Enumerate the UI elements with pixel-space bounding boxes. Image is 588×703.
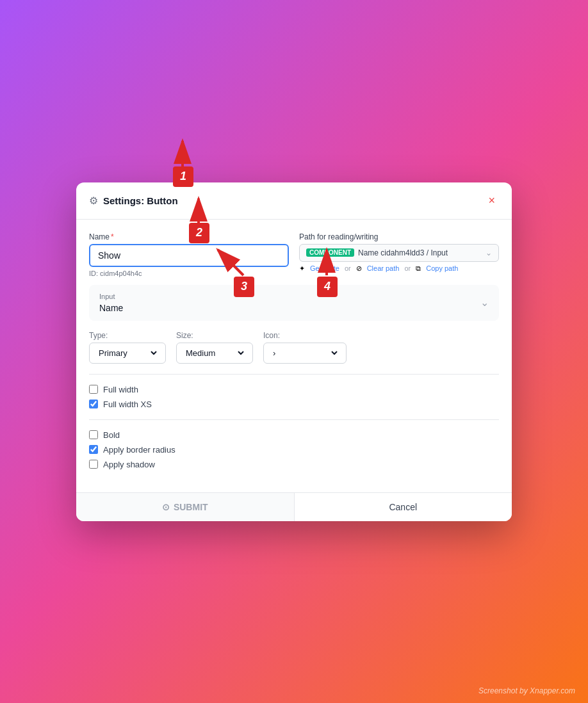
- full-width-xs-checkbox[interactable]: [89, 400, 98, 408]
- name-field-group: Name* ID: cidm4p04h4c: [89, 232, 289, 277]
- bold-checkbox-item[interactable]: Bold: [89, 430, 499, 440]
- cancel-button[interactable]: Cancel: [295, 493, 512, 521]
- divider-2: [89, 419, 499, 420]
- component-badge: component: [306, 248, 354, 257]
- dialog-title: Settings: Button: [103, 195, 178, 206]
- border-radius-checkbox[interactable]: [89, 445, 98, 454]
- size-select-wrapper[interactable]: Small Medium Large: [176, 343, 253, 364]
- submit-label: SUBMIT: [174, 502, 208, 512]
- shadow-label: Apply shadow: [103, 460, 155, 469]
- watermark: Screenshot by Xnapper.com: [478, 686, 575, 695]
- input-section-value: Name: [99, 303, 123, 313]
- border-radius-label: Apply border radius: [103, 445, 176, 455]
- clear-icon: ⊘: [356, 264, 362, 273]
- shadow-checkbox-item[interactable]: Apply shadow: [89, 460, 499, 469]
- input-section-row: Input Name ⌄: [99, 293, 489, 313]
- gear-icon: ⚙: [89, 195, 98, 207]
- dialog-body: Name* ID: cidm4p04h4c Path for reading/w…: [76, 220, 512, 492]
- top-row: Name* ID: cidm4p04h4c Path for reading/w…: [89, 232, 499, 277]
- size-select[interactable]: Small Medium Large: [183, 348, 246, 359]
- submit-button[interactable]: ⊙ SUBMIT: [76, 493, 295, 521]
- dialog-header: ⚙ Settings: Button ×: [76, 182, 512, 220]
- full-width-xs-label: Full width XS: [103, 400, 152, 409]
- controls-row: Type: Primary Secondary Danger Success S…: [89, 331, 499, 364]
- input-section-label: Input: [99, 293, 123, 300]
- path-field-group: Path for reading/writing component Name …: [299, 232, 499, 277]
- clear-path-link[interactable]: Clear path: [367, 264, 400, 272]
- input-section[interactable]: Input Name ⌄: [89, 285, 499, 321]
- dialog-footer: ⊙ SUBMIT Cancel: [76, 492, 512, 521]
- separator-2: or: [404, 264, 411, 272]
- generate-link[interactable]: Generate: [310, 264, 339, 272]
- submit-icon: ⊙: [162, 502, 170, 512]
- input-chevron-icon: ⌄: [480, 296, 489, 309]
- copy-path-link[interactable]: Copy path: [426, 264, 458, 272]
- type-select[interactable]: Primary Secondary Danger Success: [96, 348, 159, 359]
- dialog-title-row: ⚙ Settings: Button: [89, 195, 178, 207]
- separator-1: or: [345, 264, 351, 272]
- svg-text:1: 1: [180, 170, 186, 182]
- type-label: Type:: [89, 331, 166, 340]
- icon-select-wrapper[interactable]: ›: [263, 343, 347, 364]
- path-chevron-icon: ⌄: [486, 248, 492, 257]
- style-checkbox-group: Bold Apply border radius Apply shadow: [89, 430, 499, 469]
- icon-select[interactable]: ›: [270, 348, 339, 359]
- path-actions: ✦ Generate or ⊘ Clear path or ⧉ Copy pat…: [299, 264, 499, 273]
- copy-icon: ⧉: [416, 264, 421, 273]
- path-input-row[interactable]: component Name cidahm4ldd3 / Input ⌄: [299, 244, 499, 262]
- settings-dialog: ⚙ Settings: Button × Name* ID: cidm4p04h…: [76, 182, 512, 521]
- path-label: Path for reading/writing: [299, 232, 499, 241]
- bold-label: Bold: [103, 430, 120, 440]
- fullwidth-checkbox-group: Full width Full width XS: [89, 385, 499, 409]
- size-label: Size:: [176, 331, 253, 340]
- border-radius-checkbox-item[interactable]: Apply border radius: [89, 445, 499, 455]
- icon-control-group: Icon: ›: [263, 331, 347, 364]
- full-width-xs-checkbox-item[interactable]: Full width XS: [89, 400, 499, 409]
- bold-checkbox[interactable]: [89, 430, 98, 439]
- id-label: ID: cidm4p04h4c: [89, 270, 289, 277]
- name-input[interactable]: [89, 244, 289, 267]
- type-select-wrapper[interactable]: Primary Secondary Danger Success: [89, 343, 166, 364]
- full-width-label: Full width: [103, 385, 138, 394]
- path-text: Name cidahm4ldd3 / Input: [358, 248, 486, 257]
- divider-1: [89, 374, 499, 375]
- full-width-checkbox[interactable]: [89, 385, 98, 394]
- generate-icon: ✦: [299, 264, 305, 273]
- size-control-group: Size: Small Medium Large: [176, 331, 253, 364]
- type-control-group: Type: Primary Secondary Danger Success: [89, 331, 166, 364]
- shadow-checkbox[interactable]: [89, 460, 98, 469]
- close-button[interactable]: ×: [484, 193, 499, 209]
- icon-label: Icon:: [263, 331, 347, 340]
- name-label: Name*: [89, 232, 289, 241]
- full-width-checkbox-item[interactable]: Full width: [89, 385, 499, 394]
